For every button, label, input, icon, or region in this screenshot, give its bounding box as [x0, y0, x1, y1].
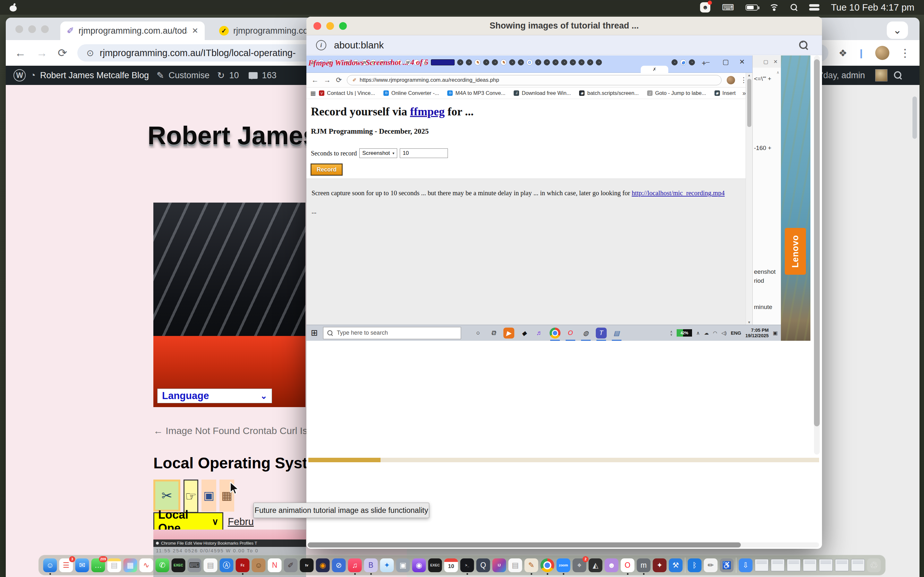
info-icon[interactable]: i — [316, 40, 326, 50]
local-ope-select[interactable]: Local Ope ∨ — [153, 512, 223, 531]
browser-menu-icon[interactable]: ⋮ — [900, 47, 911, 59]
dock-item[interactable]: EXEC — [172, 558, 186, 572]
wifi-icon[interactable] — [769, 4, 779, 11]
dock-item[interactable] — [819, 559, 833, 571]
dock-item[interactable]: ◭ — [589, 558, 603, 572]
comments-count[interactable]: 163 — [262, 71, 276, 81]
dock-item[interactable]: ⇩ — [739, 558, 753, 572]
dock-item[interactable]: ✉ — [75, 558, 89, 572]
dock-item[interactable]: ✆ — [156, 558, 170, 572]
wordpress-logo-icon[interactable]: W — [13, 69, 26, 81]
dock-item[interactable] — [685, 558, 686, 573]
prev-post-link[interactable]: ← Image Not Found Crontab Curl Issue T — [153, 425, 312, 436]
dock-item[interactable]: ✐ — [284, 558, 298, 572]
admin-avatar[interactable] — [875, 69, 887, 81]
dock-item[interactable]: ▦ — [124, 558, 137, 572]
control-center-icon[interactable] — [809, 4, 819, 11]
dock-item[interactable] — [771, 559, 785, 571]
dock-item[interactable]: Q — [477, 558, 490, 572]
site-name-link[interactable]: Robert James Metcalfe Blog — [40, 71, 149, 81]
dock-item[interactable]: zoom — [557, 558, 570, 572]
dock-item[interactable]: Fz — [236, 558, 250, 572]
dock-item[interactable]: ▤ — [107, 558, 121, 572]
scissors-runners-icon[interactable]: ✂ — [153, 480, 180, 512]
dock-item[interactable]: ♲ — [867, 558, 881, 572]
admin-greeting[interactable]: G'day, admin — [815, 71, 865, 81]
dock-item[interactable]: ✏ — [704, 558, 718, 572]
dock-item[interactable]: m — [637, 558, 651, 572]
tune-icon[interactable]: ⊙ — [86, 48, 94, 58]
tab-close-icon[interactable]: ✕ — [192, 26, 198, 35]
battery-icon[interactable] — [746, 5, 758, 11]
zoom-button[interactable] — [339, 22, 347, 30]
apple-menu-icon[interactable] — [10, 3, 17, 11]
dock-item[interactable]: ⌨ — [188, 558, 202, 572]
dock-item[interactable] — [851, 559, 865, 571]
dock-item[interactable]: ◉ — [316, 558, 330, 572]
dock-item[interactable]: Ⓐ — [220, 558, 234, 572]
dock-item[interactable]: N — [268, 558, 282, 572]
dock-item[interactable]: ✦ — [653, 558, 667, 572]
popup-horizontal-scrollbar[interactable] — [308, 542, 819, 548]
dock-item[interactable]: ⊘ — [332, 558, 346, 572]
browser-tab-active[interactable]: ✐ rjmprogramming.com.au/toda ✕ — [60, 21, 205, 40]
dock-item[interactable]: ⌖ 2 — [573, 558, 586, 572]
dock-item[interactable]: ☺ — [252, 558, 266, 572]
dock-item[interactable]: 10 — [444, 558, 458, 572]
dock-item[interactable]: ▤ — [509, 558, 522, 572]
extensions-icon[interactable]: ❖ — [838, 47, 847, 59]
language-select[interactable]: Language ⌄ — [157, 388, 272, 403]
dock-item[interactable]: ☰ 3 — [59, 558, 73, 572]
month-link[interactable]: Febru — [228, 516, 254, 528]
page-scrollbar[interactable] — [913, 97, 917, 139]
popup-vertical-scrollbar[interactable] — [814, 55, 820, 455]
reload-icon[interactable]: ⟳ — [58, 47, 67, 59]
forward-icon[interactable]: → — [36, 47, 47, 59]
minimize-button[interactable] — [326, 22, 334, 30]
profile-avatar[interactable] — [875, 46, 889, 60]
back-icon[interactable]: ← — [15, 47, 26, 59]
dock-item[interactable]: O — [621, 558, 635, 572]
menu-clock[interactable]: Tue 10 Feb 4:17 pm — [831, 2, 914, 13]
zoom-out-icon[interactable]: − — [799, 40, 809, 50]
dock-item[interactable]: … 209 — [91, 558, 105, 572]
dock-item[interactable] — [541, 558, 554, 572]
dock-item[interactable]: IJ — [493, 558, 506, 572]
book-icon[interactable]: ▣ — [202, 480, 216, 512]
dock-item[interactable]: ▤ — [204, 558, 218, 572]
close-button[interactable] — [313, 22, 321, 30]
window-controls[interactable] — [15, 25, 49, 33]
updates-count[interactable]: 10 — [229, 71, 239, 81]
dock-item[interactable]: ☺ — [43, 558, 57, 572]
dock-item[interactable]: ✦ — [380, 558, 394, 572]
bookmark-pin-icon[interactable]: ❙ — [858, 48, 865, 58]
dock-item[interactable]: ☻ — [605, 558, 619, 572]
dock-item[interactable]: ◉ — [412, 558, 426, 572]
keyboard-icon[interactable]: ⌨ — [722, 3, 734, 13]
dock-item[interactable] — [787, 559, 801, 571]
dock-item[interactable]: ♿ — [720, 558, 734, 572]
dashboard-icon[interactable]: ◔ — [30, 70, 36, 81]
dock-item[interactable]: ∿ — [140, 558, 153, 572]
dock-item[interactable] — [755, 559, 769, 571]
customise-icon[interactable]: ✎ — [157, 70, 164, 81]
comments-icon[interactable] — [249, 72, 258, 79]
dock-item[interactable] — [803, 559, 817, 571]
tab-search-chevron[interactable]: ⌄ — [887, 21, 908, 39]
customise-link[interactable]: Customise — [169, 71, 210, 81]
updates-icon[interactable]: ↻ — [217, 70, 225, 81]
dock-item[interactable] — [736, 558, 737, 573]
dock-item[interactable]: ♫ — [348, 558, 362, 572]
dock-item[interactable]: >_ — [460, 558, 474, 572]
dock-item[interactable]: ▣ — [396, 558, 410, 572]
dock-item[interactable]: tv — [300, 558, 314, 572]
url-text[interactable]: about:blank — [334, 40, 792, 51]
dock-item[interactable]: ✎ — [525, 558, 538, 572]
dock-item[interactable]: ⚒ — [669, 558, 683, 572]
spotlight-icon[interactable] — [790, 4, 798, 11]
notification-app-icon[interactable]: ☻ — [700, 2, 710, 13]
dock-item[interactable]: EXEC — [428, 558, 442, 572]
dock-item[interactable]: B — [364, 558, 378, 572]
admin-search-icon[interactable] — [894, 71, 902, 79]
dock-item[interactable]: ᛒ — [688, 558, 702, 572]
